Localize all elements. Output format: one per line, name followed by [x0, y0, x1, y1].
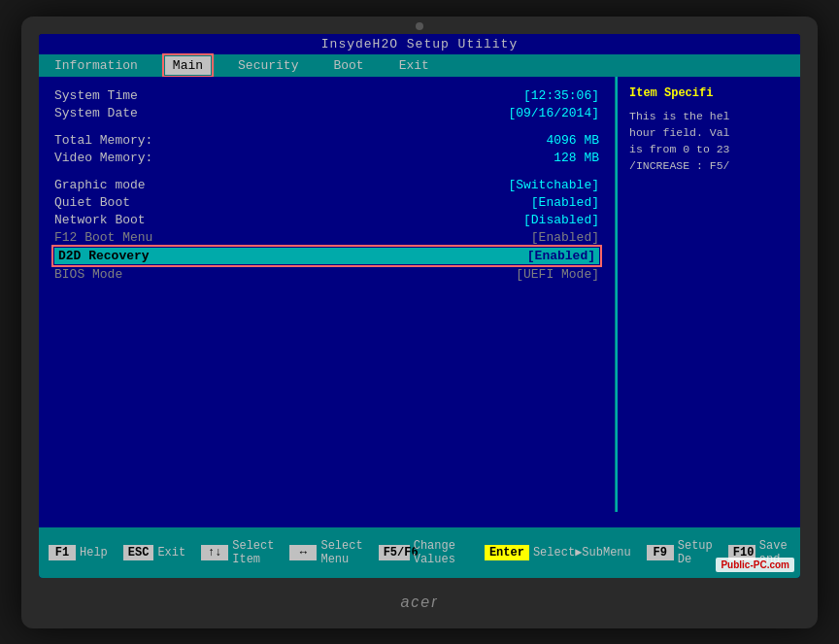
nav-item-information[interactable]: Information: [47, 56, 146, 75]
graphic-mode-value: [Switchable]: [508, 178, 599, 192]
nav-item-exit[interactable]: Exit: [391, 56, 437, 75]
key-updown: ↑↓: [201, 545, 228, 560]
main-content: System Time [12:35:06] System Date [09/1…: [39, 77, 800, 512]
bios-mode-value: [UEFI Mode]: [516, 267, 599, 282]
nav-bar: Information Main Security Boot Exit: [39, 54, 800, 77]
right-panel-title: Item Specifi: [629, 86, 789, 100]
laptop-brand: acer: [400, 593, 438, 611]
bios-interface: InsydeH2O Setup Utility Information Main…: [39, 34, 800, 578]
key-f9: F9: [647, 545, 674, 560]
nav-item-security[interactable]: Security: [230, 56, 306, 75]
network-boot-value: [Disabled]: [523, 213, 599, 227]
footer-leftright: ↔ Select Menu: [289, 539, 362, 566]
video-memory-label: Video Memory:: [54, 151, 152, 165]
video-memory-value: 128 MB: [554, 151, 599, 165]
label-exit: Exit: [157, 546, 185, 559]
system-date-label: System Date: [54, 106, 138, 120]
d2d-recovery-label: D2D Recovery: [58, 249, 150, 263]
key-f5f6: F5/F6: [379, 545, 410, 560]
system-date-value: [09/16/2014]: [508, 106, 599, 120]
spacer-1: [54, 123, 599, 133]
system-time-value: [12:35:06]: [523, 88, 599, 103]
key-esc: ESC: [123, 545, 154, 560]
right-panel-text: This is the hel hour field. Val is from …: [629, 108, 789, 175]
total-memory-value: 4096 MB: [546, 133, 599, 148]
nav-item-main[interactable]: Main: [165, 56, 211, 75]
label-help: Help: [80, 546, 108, 559]
bios-title: InsydeH2O Setup Utility: [321, 37, 518, 51]
f12-boot-menu-row[interactable]: F12 Boot Menu [Enabled]: [54, 230, 599, 245]
system-time-row[interactable]: System Time [12:35:06]: [54, 88, 599, 103]
label-setup-default: Setup De: [678, 539, 713, 566]
network-boot-label: Network Boot: [54, 213, 146, 227]
footer-esc: ESC Exit: [123, 545, 185, 560]
d2d-recovery-row[interactable]: D2D Recovery [Enabled]: [54, 248, 599, 264]
footer-f9: F9 Setup De: [647, 539, 713, 566]
title-bar: InsydeH2O Setup Utility: [39, 34, 800, 54]
bios-mode-label: BIOS Mode: [54, 267, 122, 282]
key-leftright: ↔: [289, 545, 317, 560]
graphic-mode-label: Graphic mode: [54, 178, 146, 192]
quiet-boot-label: Quiet Boot: [54, 195, 130, 210]
label-select-submenu: Select▶SubMenu: [533, 545, 631, 559]
total-memory-label: Total Memory:: [54, 133, 152, 148]
label-select-item: Select Item: [232, 539, 274, 566]
total-memory-row: Total Memory: 4096 MB: [54, 133, 599, 148]
network-boot-row[interactable]: Network Boot [Disabled]: [54, 213, 599, 227]
key-f1: F1: [49, 545, 76, 560]
footer-f5f6: F5/F6 Change Values: [379, 539, 469, 566]
bios-mode-row[interactable]: BIOS Mode [UEFI Mode]: [54, 267, 599, 282]
system-time-label: System Time: [54, 88, 138, 103]
key-enter: Enter: [485, 545, 529, 560]
video-memory-row: Video Memory: 128 MB: [54, 151, 599, 165]
footer-enter: Enter Select▶SubMenu: [485, 545, 631, 560]
f12-boot-label: F12 Boot Menu: [54, 230, 152, 245]
quiet-boot-value: [Enabled]: [531, 195, 599, 210]
laptop-frame: InsydeH2O Setup Utility Information Main…: [21, 17, 818, 628]
footer-updown: ↑↓ Select Item: [201, 539, 274, 566]
laptop-bottom: acer: [39, 578, 800, 627]
footer: F1 Help ESC Exit ↑↓ Select Item ↔ Select…: [39, 527, 800, 578]
left-panel: System Time [12:35:06] System Date [09/1…: [39, 77, 616, 512]
system-date-row[interactable]: System Date [09/16/2014]: [54, 106, 599, 120]
nav-item-boot[interactable]: Boot: [325, 56, 371, 75]
footer-f1: F1 Help: [49, 545, 108, 560]
label-change-values: Change Values: [414, 539, 469, 566]
watermark: Public-PC.com: [716, 558, 794, 572]
f12-boot-value: [Enabled]: [531, 230, 599, 245]
camera-dot: [416, 22, 423, 30]
label-select-menu: Select Menu: [320, 539, 362, 566]
screen: InsydeH2O Setup Utility Information Main…: [39, 34, 800, 578]
spacer-2: [54, 168, 599, 178]
right-panel: Item Specifi This is the hel hour field.…: [616, 77, 800, 512]
d2d-recovery-value: [Enabled]: [527, 249, 595, 263]
quiet-boot-row[interactable]: Quiet Boot [Enabled]: [54, 195, 599, 210]
graphic-mode-row[interactable]: Graphic mode [Switchable]: [54, 178, 599, 192]
